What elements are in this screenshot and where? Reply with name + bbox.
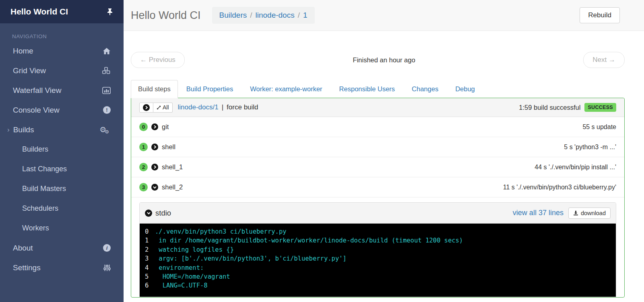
sidebar-header: Hello World CI [0,0,124,23]
step-number-badge: 0 [139,123,148,131]
chevron-right-icon: › [7,126,10,134]
chevron-right-circle-icon [143,104,150,111]
stdio-log-title: stdio [155,209,171,218]
step-expanded-area: stdio view all 37 lines download 0./.ven… [131,197,624,297]
sidebar-item-build-masters[interactable]: Build Masters [0,179,124,199]
chevron-right-circle-icon[interactable] [151,144,158,150]
build-tabs: Build steps Build Properties Worker: exa… [131,80,625,98]
bar-chart-icon [102,87,111,94]
gears-icon: ⚙⚙ [99,126,111,134]
pin-icon[interactable] [107,8,113,15]
builder-build-link[interactable]: linode-docs/1 [178,103,219,111]
line-number: 0 [145,227,155,236]
expand-arrows-icon [157,105,161,110]
top-header-bar: Hello World CI Builders / linode-docs / … [124,0,644,31]
line-text: HOME=/home/vagrant [155,272,230,281]
build-reason: force build [227,103,258,111]
sidebar-item-label: Waterfall View [13,86,61,95]
tab-responsible-users[interactable]: Responsible Users [331,80,403,98]
sidebar-item-label: Console View [13,106,60,115]
line-number: 6 [145,281,155,290]
step-name: shell_1 [162,163,183,171]
step-row-shell-1[interactable]: 2 shell_1 44 s './.venv/bin/pip install … [131,157,624,177]
step-name: shell [162,143,175,151]
rebuild-button[interactable]: Rebuild [580,7,620,23]
stdio-terminal[interactable]: 0./.venv/bin/python3 ci/blueberry.py 1 i… [140,224,616,297]
build-duration-status: 1:59 build successful [519,104,580,111]
sidebar-item-label: Home [13,47,33,55]
content: ← Previous Finished an hour ago Next → B… [124,52,644,298]
step-number-badge: 2 [139,163,148,171]
sidebar-item-last-changes[interactable]: Last Changes [0,159,124,179]
info-circle-icon: i [103,244,111,252]
sliders-icon [103,264,111,271]
sidebar-item-home[interactable]: Home [0,41,124,61]
exclamation-circle-icon: ! [103,106,111,114]
success-badge: SUCCESS [584,103,616,112]
breadcrumb-separator: / [247,11,255,20]
line-number: 5 [145,272,155,281]
main-area: Hello World CI Builders / linode-docs / … [124,0,644,302]
line-number: 2 [145,245,155,254]
sidebar-item-console-view[interactable]: Console View ! [0,100,124,120]
step-row-git[interactable]: 0 git 55 s update [131,117,624,137]
view-all-lines-link[interactable]: view all 37 lines [513,209,564,217]
sidebar-item-workers[interactable]: Workers [0,218,124,238]
sidebar-item-builders[interactable]: Builders [0,140,124,159]
stdio-line: 5 HOME=/home/vagrant [145,272,616,281]
stdio-header: stdio view all 37 lines download [140,203,616,224]
expand-controls: All [139,103,173,113]
breadcrumb-build-number-link[interactable]: 1 [303,11,308,20]
tab-worker[interactable]: Worker: example-worker [242,80,330,98]
step-name: git [162,123,169,131]
step-detail: 44 s './.venv/bin/pip install ...' [535,164,616,171]
step-number-badge: 1 [139,143,148,151]
step-row-shell-2[interactable]: 3 shell_2 11 s './.venv/bin/python3 ci/b… [131,177,624,197]
reason-separator: | [222,103,223,111]
line-text: argv: [b'./.venv/bin/python3', b'ci/blue… [155,254,347,263]
stdio-line: 2 watching logfiles {} [145,245,616,254]
sidebar-item-about[interactable]: About i [0,238,124,258]
chevron-right-circle-icon[interactable] [151,123,158,130]
sidebar-item-waterfall-view[interactable]: Waterfall View [0,80,124,100]
step-number-badge: 3 [139,183,148,191]
stdio-line: 3 argv: [b'./.venv/bin/python3', b'ci/bl… [145,254,616,263]
chevron-down-circle-icon[interactable] [145,210,152,217]
sidebar-subitem-label: Last Changes [22,165,67,173]
stdio-line: 6 LANG=C.UTF-8 [145,281,616,290]
sidebar-item-settings[interactable]: Settings [0,258,124,277]
sidebar-item-builds[interactable]: › Builds ⚙⚙ [0,120,124,140]
line-number: 1 [145,236,155,245]
build-pager: ← Previous Finished an hour ago Next → [131,52,625,68]
sidebar-subitem-label: Builders [22,145,48,154]
cubes-icon [102,67,111,74]
tab-changes[interactable]: Changes [403,80,447,98]
line-number: 4 [145,263,155,272]
download-button[interactable]: download [568,207,611,219]
sidebar-item-grid-view[interactable]: Grid View [0,61,124,80]
breadcrumb: Builders / linode-docs / 1 [212,7,315,24]
line-text: watching logfiles {} [155,245,234,254]
tab-build-steps[interactable]: Build steps [131,80,178,98]
chevron-right-circle-icon[interactable] [151,164,158,171]
step-detail: 11 s './.venv/bin/python3 ci/blueberry.p… [503,184,616,191]
collapse-toggle-button[interactable] [139,103,153,113]
page-title: Hello World CI [131,9,201,22]
build-finished-status: Finished an hour ago [185,56,583,64]
tab-build-properties[interactable]: Build Properties [178,80,242,98]
sidebar-item-label: Grid View [13,66,46,75]
tab-debug[interactable]: Debug [447,80,483,98]
breadcrumb-builder-link[interactable]: linode-docs [256,11,295,20]
sidebar-item-label: About [13,244,33,253]
chevron-down-circle-icon[interactable] [151,184,158,191]
step-name: shell_2 [162,183,183,191]
step-row-shell[interactable]: 1 shell 5 s 'python3 -m ...' [131,137,624,157]
sidebar-item-schedulers[interactable]: Schedulers [0,199,124,218]
sidebar-subitem-label: Workers [22,224,49,232]
next-build-button[interactable]: Next → [583,52,625,68]
sidebar-subitem-label: Build Masters [22,185,66,193]
breadcrumb-builders-link[interactable]: Builders [219,11,247,20]
navigation-section-label: NAVIGATION [12,33,124,39]
previous-build-button[interactable]: ← Previous [131,52,185,68]
expand-all-button[interactable]: All [153,103,173,113]
